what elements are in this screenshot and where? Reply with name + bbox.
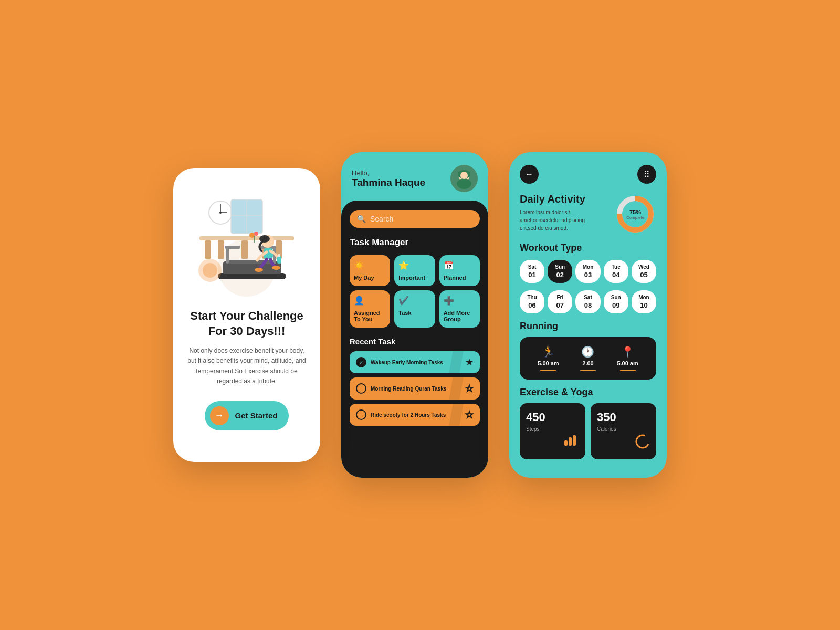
day-mon03[interactable]: Mon 03 bbox=[575, 260, 600, 283]
svg-point-26 bbox=[259, 235, 270, 243]
running-stat-location: 📍 5.00 am bbox=[617, 345, 638, 371]
running-icon: 🏃 bbox=[542, 345, 555, 358]
running-time-value: 2.00 bbox=[582, 360, 593, 366]
svg-point-44 bbox=[636, 435, 649, 448]
task-check-2 bbox=[356, 383, 366, 394]
task-label: Task bbox=[398, 310, 411, 316]
task-star-3[interactable]: ☆ bbox=[465, 409, 474, 421]
arrow-icon: → bbox=[210, 406, 229, 425]
task-card-addmore[interactable]: ➕ Add More Group bbox=[439, 290, 480, 328]
important-icon: ⭐ bbox=[398, 260, 409, 270]
svg-point-16 bbox=[254, 232, 258, 236]
day-grid-row1: Sat 01 Sun 02 Mon 03 Tue 04 Wed 05 bbox=[520, 260, 656, 283]
myday-label: My Day bbox=[354, 275, 374, 281]
addmore-label: Add More Group bbox=[444, 310, 476, 322]
recent-task-title: Recent Task bbox=[350, 337, 480, 346]
day-mon10[interactable]: Mon 10 bbox=[632, 290, 656, 313]
task-card-planned[interactable]: 📅 Planned bbox=[439, 255, 480, 286]
myday-icon: ☀️ bbox=[354, 260, 364, 270]
task-star-1[interactable]: ★ bbox=[465, 356, 474, 368]
greeting-text: Hello, bbox=[352, 169, 425, 177]
donut-chart: 75% Complete bbox=[614, 193, 656, 235]
svg-rect-42 bbox=[569, 437, 572, 446]
search-bar[interactable]: 🔍 Search bbox=[350, 210, 480, 228]
day-grid-row2: Thu 06 Fri 07 Sat 08 Sun 09 Mon 10 bbox=[520, 290, 656, 313]
task-label-1: Wakeup Early Morning Tasks bbox=[371, 360, 443, 365]
steps-label: Steps bbox=[526, 426, 579, 432]
svg-rect-30 bbox=[277, 256, 281, 264]
svg-point-29 bbox=[272, 266, 280, 270]
svg-rect-7 bbox=[205, 240, 211, 259]
screen2-header: Hello, Tahmina Haque bbox=[341, 152, 488, 201]
planned-icon: 📅 bbox=[444, 260, 454, 270]
search-placeholder: Search bbox=[370, 215, 393, 223]
task-card-task[interactable]: ✔️ Task bbox=[394, 290, 435, 328]
daily-activity-desc: Lorem ipsum dolor sit amet,consectetur a… bbox=[520, 208, 598, 232]
day-sun02[interactable]: Sun 02 bbox=[548, 260, 572, 283]
svg-point-38 bbox=[460, 172, 468, 179]
daily-activity-section: Daily Activity Lorem ipsum dolor sit ame… bbox=[520, 193, 656, 235]
calories-value: 350 bbox=[597, 411, 650, 424]
donut-percent: 75% bbox=[626, 209, 644, 215]
calories-chart-icon bbox=[635, 434, 650, 452]
running-location-value: 5.00 am bbox=[617, 360, 638, 366]
svg-rect-21 bbox=[226, 247, 229, 264]
svg-point-36 bbox=[457, 178, 471, 189]
task-manager-title: Task Manager bbox=[350, 237, 480, 248]
calories-card: 350 Calories bbox=[591, 403, 656, 459]
get-started-label: Get Started bbox=[235, 411, 278, 420]
day-sun09[interactable]: Sun 09 bbox=[604, 290, 628, 313]
day-thu06[interactable]: Thu 06 bbox=[520, 290, 544, 313]
task-item-2[interactable]: Morning Reading Quran Tasks ☆ bbox=[350, 377, 480, 400]
running-card: 🏃 5.00 am 🕐 2.00 📍 5.00 am bbox=[520, 337, 656, 380]
svg-rect-43 bbox=[573, 435, 576, 446]
assigned-icon: 👤 bbox=[354, 296, 364, 306]
running-bar-3 bbox=[620, 370, 636, 371]
steps-chart-icon bbox=[564, 434, 579, 449]
day-sat08[interactable]: Sat 08 bbox=[575, 290, 600, 313]
location-icon: 📍 bbox=[621, 345, 634, 358]
daily-activity-title: Daily Activity bbox=[520, 193, 598, 205]
task-item-1[interactable]: ✓ Wakeup Early Morning Tasks ★ bbox=[350, 351, 480, 373]
running-stat-distance: 🏃 5.00 am bbox=[538, 345, 559, 371]
running-title: Running bbox=[520, 321, 656, 332]
get-started-button[interactable]: → Get Started bbox=[205, 401, 289, 430]
assigned-label: Assigned To You bbox=[354, 310, 386, 322]
task-card-important[interactable]: ⭐ Important bbox=[394, 255, 435, 286]
running-bar-2 bbox=[580, 370, 596, 371]
svg-rect-9 bbox=[242, 240, 248, 259]
steps-value: 450 bbox=[526, 411, 579, 424]
back-icon: ← bbox=[525, 170, 533, 179]
day-sat01[interactable]: Sat 01 bbox=[520, 260, 544, 283]
back-button[interactable]: ← bbox=[520, 165, 539, 184]
illustration: ♪ bbox=[189, 184, 304, 299]
screen1-description: Not only does exercise benefit your body… bbox=[186, 346, 308, 386]
screen3-daily-activity: ← ⠿ Daily Activity Lorem ipsum dolor sit… bbox=[509, 152, 667, 478]
exercise-row: 450 Steps 350 Calories bbox=[520, 403, 656, 459]
planned-label: Planned bbox=[444, 275, 466, 281]
day-wed05[interactable]: Wed 05 bbox=[632, 260, 656, 283]
day-fri07[interactable]: Fri 07 bbox=[548, 290, 572, 313]
task-card-grid: ☀️ My Day ⭐ Important 📅 Planned 👤 Assign… bbox=[350, 255, 480, 328]
exercise-title: Exercise & Yoga bbox=[520, 387, 656, 398]
task-star-2[interactable]: ☆ bbox=[465, 383, 474, 394]
day-tue04[interactable]: Tue 04 bbox=[604, 260, 628, 283]
svg-rect-23 bbox=[225, 246, 240, 249]
screen1-title: Start Your Challenge For 30 Days!!! bbox=[186, 309, 308, 339]
task-card-myday[interactable]: ☀️ My Day bbox=[350, 255, 390, 286]
task-check-1: ✓ bbox=[356, 357, 366, 368]
menu-button[interactable]: ⠿ bbox=[637, 165, 656, 184]
screen1-onboarding: ♪ bbox=[173, 168, 320, 462]
important-label: Important bbox=[398, 275, 425, 281]
donut-label: Complete bbox=[626, 215, 644, 220]
task-card-assigned[interactable]: 👤 Assigned To You bbox=[350, 290, 390, 328]
task-check-3 bbox=[356, 410, 366, 420]
screens-container: ♪ bbox=[173, 152, 667, 478]
steps-card: 450 Steps bbox=[520, 403, 585, 459]
task-item-3[interactable]: Ride scooty for 2 Hours Tasks ☆ bbox=[350, 404, 480, 426]
svg-rect-31 bbox=[278, 254, 280, 257]
user-name: Tahmina Haque bbox=[352, 177, 425, 188]
task-label-3: Ride scooty for 2 Hours Tasks bbox=[371, 412, 446, 418]
search-icon: 🔍 bbox=[357, 215, 366, 223]
svg-rect-41 bbox=[564, 440, 568, 446]
